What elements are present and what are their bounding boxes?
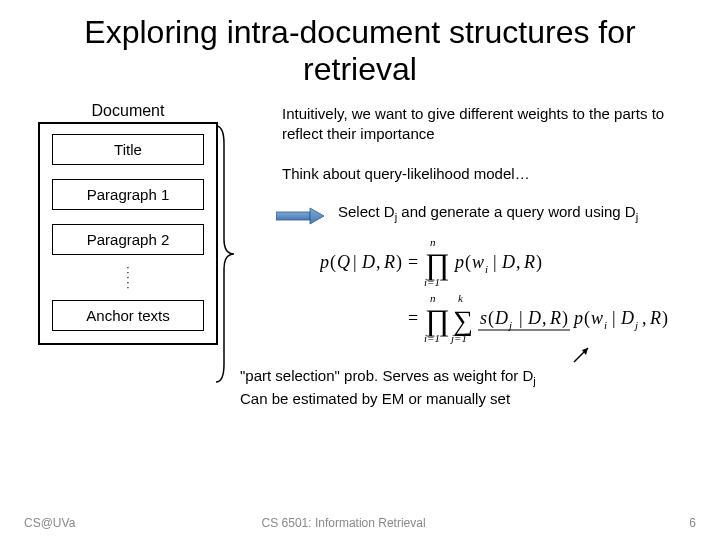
document-outer-box: Title Paragraph 1 Paragraph 2 ····· Anch… [38,122,218,345]
svg-text:R: R [649,308,661,328]
arrow-icon [276,206,324,226]
formula-line1: p ( Q | D , R ) = ∏ n i=1 p ( w i | D , … [320,234,650,290]
ellipsis-icon: ····· [52,265,204,290]
svg-text:D: D [494,308,508,328]
svg-text:|: | [612,308,616,328]
svg-text:s: s [480,308,487,328]
caption-text: "part selection" prob. Serves as weight … [0,364,720,408]
svg-text:D: D [527,308,541,328]
svg-text:,: , [642,308,647,328]
svg-text:|: | [353,252,357,272]
svg-text:j=1: j=1 [449,332,467,344]
svg-text:p: p [453,252,464,272]
svg-text:n: n [430,292,436,304]
doc-part-title: Title [52,134,204,165]
svg-text:|: | [493,252,497,272]
svg-text:=: = [408,308,418,328]
svg-text:D: D [620,308,634,328]
svg-text:,: , [516,252,521,272]
svg-rect-0 [276,212,310,220]
footer-page-number: 6 [689,516,696,530]
svg-text:,: , [542,308,547,328]
svg-marker-1 [310,208,324,224]
svg-text:D: D [361,252,375,272]
svg-text:i=1: i=1 [424,276,440,288]
svg-text:k: k [458,292,464,304]
svg-text:,: , [376,252,381,272]
explanation-column: Intuitively, we want to give different w… [238,102,702,365]
svg-text:(: ( [330,252,336,273]
svg-text:i=1: i=1 [424,332,440,344]
text-weights: Intuitively, we want to give different w… [282,104,702,145]
footer: CS@UVa CS 6501: Information Retrieval 6 [0,516,720,530]
slide-title: Exploring intra-document structures for … [0,0,720,94]
svg-text:p: p [572,308,583,328]
svg-text:n: n [430,236,436,248]
text-query-likelihood: Think about query-likelihood model… [282,164,702,184]
svg-text:p: p [320,252,329,272]
svg-text:i: i [485,263,488,275]
svg-text:R: R [383,252,395,272]
footer-left: CS@UVa [24,516,75,530]
document-label: Document [18,102,238,120]
doc-part-paragraph1: Paragraph 1 [52,179,204,210]
formula-block: p ( Q | D , R ) = ∏ n i=1 p ( w i | D , … [320,234,702,364]
svg-text:): ) [396,252,402,273]
svg-text:w: w [472,252,484,272]
svg-text:R: R [523,252,535,272]
svg-text:=: = [408,252,418,272]
doc-part-paragraph2: Paragraph 2 [52,224,204,255]
svg-text:(: ( [465,252,471,273]
doc-part-anchor: Anchor texts [52,300,204,331]
svg-text:|: | [519,308,523,328]
svg-text:w: w [591,308,603,328]
content-area: Document Title Paragraph 1 Paragraph 2 ·… [0,94,720,365]
document-diagram: Document Title Paragraph 1 Paragraph 2 ·… [18,102,238,365]
svg-text:): ) [562,308,568,329]
brace-icon [214,124,236,384]
svg-text:R: R [549,308,561,328]
svg-text:(: ( [584,308,590,329]
formula-line2: = ∏ n i=1 ∑ k j=1 s ( D j | D , R ) p ( … [320,290,700,350]
svg-text:Q: Q [337,252,350,272]
svg-text:): ) [536,252,542,273]
svg-text:(: ( [488,308,494,329]
text-select-dj: Select Dj and generate a query word usin… [338,202,638,225]
callout-arrow-icon [570,346,600,364]
footer-center: CS 6501: Information Retrieval [262,516,426,530]
svg-text:D: D [501,252,515,272]
svg-text:i: i [604,319,607,331]
svg-text:): ) [662,308,668,329]
